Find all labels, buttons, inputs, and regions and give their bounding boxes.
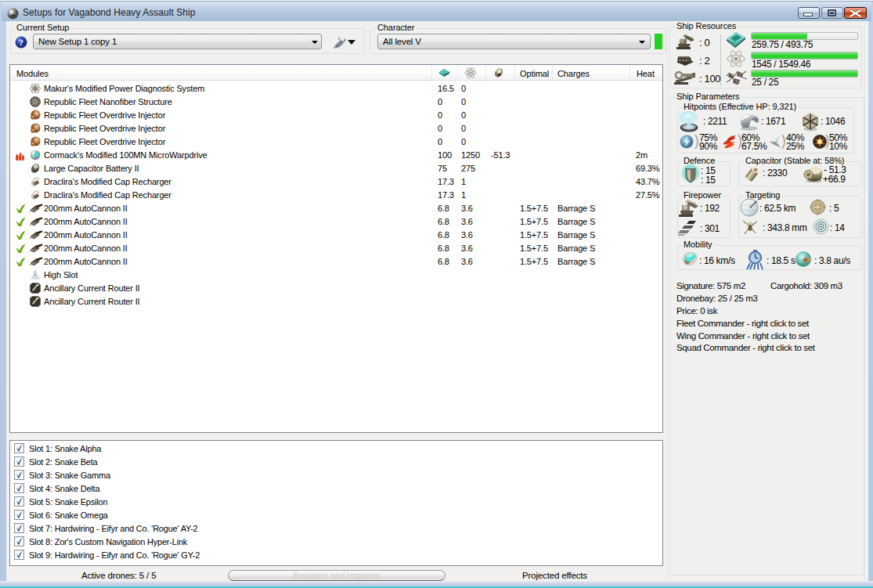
- svg-text:?: ?: [19, 38, 23, 47]
